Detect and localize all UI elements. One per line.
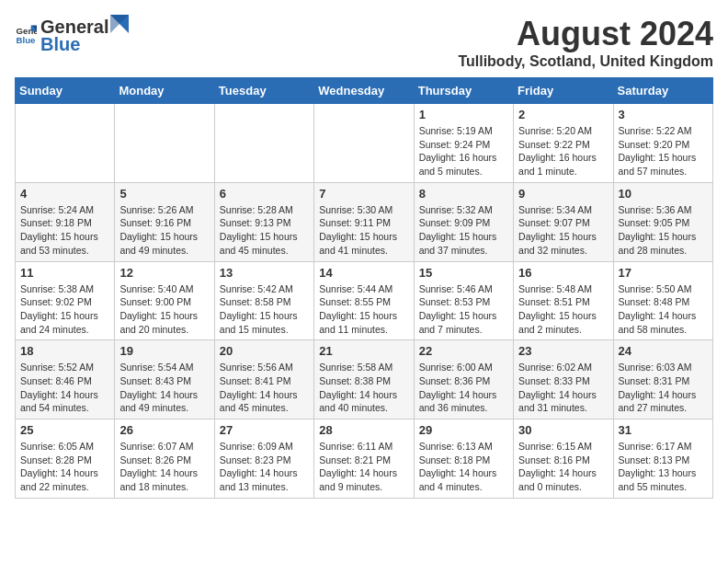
day-info: Sunrise: 6:09 AM Sunset: 8:23 PM Dayligh…	[220, 440, 309, 494]
calendar-cell: 26Sunrise: 6:07 AM Sunset: 8:26 PM Dayli…	[115, 419, 214, 499]
calendar-cell: 25Sunrise: 6:05 AM Sunset: 8:28 PM Dayli…	[16, 419, 115, 499]
day-number: 22	[419, 344, 508, 358]
day-info: Sunrise: 5:28 AM Sunset: 9:13 PM Dayligh…	[220, 203, 309, 258]
calendar-cell	[314, 104, 414, 183]
calendar-cell: 22Sunrise: 6:00 AM Sunset: 8:36 PM Dayli…	[414, 340, 513, 419]
day-info: Sunrise: 5:38 AM Sunset: 9:02 PM Dayligh…	[20, 282, 109, 337]
header-day-sunday: Sunday	[16, 78, 115, 104]
day-info: Sunrise: 6:11 AM Sunset: 8:21 PM Dayligh…	[319, 440, 408, 494]
day-info: Sunrise: 5:48 AM Sunset: 8:51 PM Dayligh…	[518, 282, 608, 337]
calendar-week-row: 1Sunrise: 5:19 AM Sunset: 9:24 PM Daylig…	[16, 104, 713, 183]
day-info: Sunrise: 5:52 AM Sunset: 8:46 PM Dayligh…	[20, 361, 109, 415]
svg-text:Blue: Blue	[17, 35, 36, 45]
day-info: Sunrise: 5:50 AM Sunset: 8:48 PM Dayligh…	[619, 282, 708, 337]
calendar-cell: 9Sunrise: 5:34 AM Sunset: 9:07 PM Daylig…	[514, 182, 613, 261]
calendar-cell: 27Sunrise: 6:09 AM Sunset: 8:23 PM Dayli…	[214, 419, 313, 499]
calendar-cell: 3Sunrise: 5:22 AM Sunset: 9:20 PM Daylig…	[613, 104, 712, 183]
day-info: Sunrise: 5:46 AM Sunset: 8:53 PM Dayligh…	[419, 282, 508, 337]
calendar-cell: 11Sunrise: 5:38 AM Sunset: 9:02 PM Dayli…	[16, 261, 115, 340]
day-number: 19	[119, 344, 209, 358]
calendar-cell: 1Sunrise: 5:19 AM Sunset: 9:24 PM Daylig…	[414, 104, 513, 183]
day-info: Sunrise: 5:34 AM Sunset: 9:07 PM Dayligh…	[518, 203, 608, 258]
day-info: Sunrise: 5:40 AM Sunset: 9:00 PM Dayligh…	[119, 282, 209, 337]
day-number: 1	[419, 108, 508, 121]
calendar-week-row: 11Sunrise: 5:38 AM Sunset: 9:02 PM Dayli…	[16, 261, 713, 340]
day-info: Sunrise: 6:05 AM Sunset: 8:28 PM Dayligh…	[20, 440, 109, 494]
calendar-cell: 19Sunrise: 5:54 AM Sunset: 8:43 PM Dayli…	[115, 340, 214, 419]
logo: General Blue General Blue	[15, 15, 129, 55]
day-number: 13	[220, 266, 309, 280]
day-number: 30	[518, 423, 608, 437]
calendar-cell: 31Sunrise: 6:17 AM Sunset: 8:13 PM Dayli…	[613, 419, 712, 499]
day-info: Sunrise: 5:30 AM Sunset: 9:11 PM Dayligh…	[319, 203, 408, 258]
calendar-cell: 23Sunrise: 6:02 AM Sunset: 8:33 PM Dayli…	[514, 340, 613, 419]
day-info: Sunrise: 6:03 AM Sunset: 8:31 PM Dayligh…	[619, 361, 708, 415]
day-number: 11	[20, 266, 109, 280]
day-number: 20	[220, 344, 309, 358]
day-number: 14	[319, 266, 408, 280]
day-number: 29	[419, 423, 508, 437]
day-info: Sunrise: 6:13 AM Sunset: 8:18 PM Dayligh…	[419, 440, 508, 494]
calendar-cell: 29Sunrise: 6:13 AM Sunset: 8:18 PM Dayli…	[414, 419, 513, 499]
calendar-week-row: 18Sunrise: 5:52 AM Sunset: 8:46 PM Dayli…	[16, 340, 713, 419]
calendar-cell	[214, 104, 313, 183]
day-number: 9	[518, 187, 608, 201]
day-number: 24	[619, 344, 708, 358]
main-title: August 2024	[458, 15, 713, 53]
calendar-cell: 24Sunrise: 6:03 AM Sunset: 8:31 PM Dayli…	[613, 340, 712, 419]
header-day-thursday: Thursday	[414, 78, 513, 104]
calendar-table: SundayMondayTuesdayWednesdayThursdayFrid…	[15, 77, 713, 499]
logo-triangle-icon	[110, 15, 129, 33]
calendar-cell: 18Sunrise: 5:52 AM Sunset: 8:46 PM Dayli…	[16, 340, 115, 419]
day-number: 3	[619, 108, 708, 121]
day-number: 25	[20, 423, 109, 437]
calendar-cell: 28Sunrise: 6:11 AM Sunset: 8:21 PM Dayli…	[314, 419, 414, 499]
calendar-cell: 30Sunrise: 6:15 AM Sunset: 8:16 PM Dayli…	[514, 419, 613, 499]
calendar-header-row: SundayMondayTuesdayWednesdayThursdayFrid…	[16, 78, 713, 104]
day-number: 17	[619, 266, 708, 280]
day-info: Sunrise: 5:42 AM Sunset: 8:58 PM Dayligh…	[220, 282, 309, 337]
calendar-cell: 17Sunrise: 5:50 AM Sunset: 8:48 PM Dayli…	[613, 261, 712, 340]
day-info: Sunrise: 5:20 AM Sunset: 9:22 PM Dayligh…	[518, 124, 608, 178]
calendar-cell: 14Sunrise: 5:44 AM Sunset: 8:55 PM Dayli…	[314, 261, 414, 340]
day-number: 10	[619, 187, 708, 201]
day-number: 21	[319, 344, 408, 358]
day-info: Sunrise: 6:02 AM Sunset: 8:33 PM Dayligh…	[518, 361, 608, 415]
day-number: 4	[20, 187, 109, 201]
calendar-cell: 2Sunrise: 5:20 AM Sunset: 9:22 PM Daylig…	[514, 104, 613, 183]
header: General Blue General Blue August 2024 Tu…	[15, 15, 713, 70]
header-day-monday: Monday	[115, 78, 214, 104]
day-number: 8	[419, 187, 508, 201]
day-number: 23	[518, 344, 608, 358]
day-number: 26	[119, 423, 209, 437]
calendar-cell: 4Sunrise: 5:24 AM Sunset: 9:18 PM Daylig…	[16, 182, 115, 261]
day-number: 5	[119, 187, 209, 201]
day-number: 28	[319, 423, 408, 437]
day-info: Sunrise: 6:00 AM Sunset: 8:36 PM Dayligh…	[419, 361, 508, 415]
calendar-cell: 12Sunrise: 5:40 AM Sunset: 9:00 PM Dayli…	[115, 261, 214, 340]
day-number: 12	[119, 266, 209, 280]
calendar-cell: 16Sunrise: 5:48 AM Sunset: 8:51 PM Dayli…	[514, 261, 613, 340]
day-number: 6	[220, 187, 309, 201]
calendar-week-row: 4Sunrise: 5:24 AM Sunset: 9:18 PM Daylig…	[16, 182, 713, 261]
day-info: Sunrise: 5:32 AM Sunset: 9:09 PM Dayligh…	[419, 203, 508, 258]
day-info: Sunrise: 6:15 AM Sunset: 8:16 PM Dayligh…	[518, 440, 608, 494]
header-day-tuesday: Tuesday	[214, 78, 313, 104]
logo-icon: General Blue	[15, 24, 37, 46]
day-info: Sunrise: 5:19 AM Sunset: 9:24 PM Dayligh…	[419, 124, 508, 178]
title-area: August 2024 Tullibody, Scotland, United …	[458, 15, 713, 70]
calendar-cell: 6Sunrise: 5:28 AM Sunset: 9:13 PM Daylig…	[214, 182, 313, 261]
calendar-cell	[16, 104, 115, 183]
day-info: Sunrise: 5:56 AM Sunset: 8:41 PM Dayligh…	[220, 361, 309, 415]
day-number: 15	[419, 266, 508, 280]
calendar-cell	[115, 104, 214, 183]
header-day-saturday: Saturday	[613, 78, 712, 104]
calendar-week-row: 25Sunrise: 6:05 AM Sunset: 8:28 PM Dayli…	[16, 419, 713, 499]
day-info: Sunrise: 5:54 AM Sunset: 8:43 PM Dayligh…	[119, 361, 209, 415]
day-info: Sunrise: 5:36 AM Sunset: 9:05 PM Dayligh…	[619, 203, 708, 258]
calendar-cell: 15Sunrise: 5:46 AM Sunset: 8:53 PM Dayli…	[414, 261, 513, 340]
day-info: Sunrise: 5:24 AM Sunset: 9:18 PM Dayligh…	[20, 203, 109, 258]
day-info: Sunrise: 6:07 AM Sunset: 8:26 PM Dayligh…	[119, 440, 209, 494]
header-day-wednesday: Wednesday	[314, 78, 414, 104]
day-number: 7	[319, 187, 408, 201]
